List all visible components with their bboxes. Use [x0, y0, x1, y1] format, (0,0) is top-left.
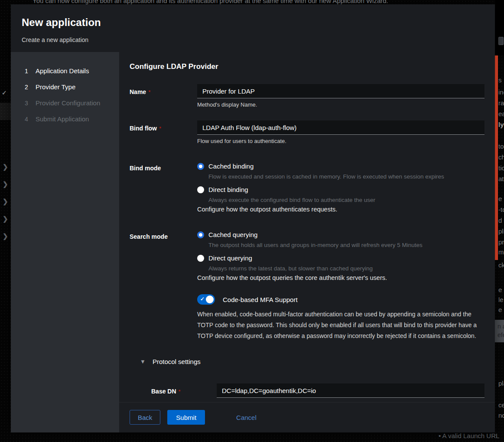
- cancel-button[interactable]: Cancel: [232, 410, 261, 425]
- background-text-fragment: s: [498, 76, 502, 84]
- background-text-fragment: at: [498, 175, 504, 182]
- back-button[interactable]: Back: [130, 410, 160, 425]
- name-label: Name: [130, 88, 146, 95]
- background-right-panel: [495, 0, 504, 55]
- toggle-check-icon: ✓: [200, 296, 205, 302]
- bind-mode-help-text: Configure how the outpost authenticates …: [197, 206, 484, 213]
- background-launch-url-bullet: • A valid Launch URL: [439, 432, 499, 439]
- modal-footer: Back Submit Cancel: [119, 402, 495, 432]
- toggle-knob: [206, 296, 214, 303]
- step-label: Application Details: [36, 67, 89, 75]
- step-provider-configuration: 3 Provider Configuration: [11, 95, 119, 111]
- mfa-toggle-label: Code-based MFA Support: [223, 296, 298, 303]
- wizard-steps-sidebar: 1 Application Details 2 Provider Type 3 …: [11, 52, 119, 432]
- base-dn-label: Base DN: [151, 388, 176, 395]
- required-marker: *: [179, 388, 181, 395]
- background-text-fragment: ine: [498, 88, 504, 96]
- step-number: 2: [25, 84, 36, 91]
- step-provider-type[interactable]: 2 Provider Type: [11, 79, 119, 95]
- submit-button[interactable]: Submit: [167, 410, 205, 425]
- radio-selected-icon[interactable]: [197, 231, 204, 238]
- background-text-fragment: plic: [498, 228, 504, 235]
- toggle-on-icon[interactable]: ✓: [197, 294, 215, 305]
- background-text-fragment: tion: [498, 164, 504, 172]
- base-dn-input[interactable]: [217, 384, 484, 398]
- protocol-settings-toggle[interactable]: ▼ Protocol settings: [130, 358, 484, 365]
- radio-label: Cached querying: [208, 231, 257, 238]
- modal-header: New application Create a new application: [11, 4, 495, 52]
- bind-flow-field-row: Bind flow* Flow used for users to authen…: [130, 120, 484, 144]
- background-text-fragment: to: [498, 143, 504, 150]
- step-label: Submit Application: [36, 115, 89, 123]
- chevron-down-icon: ▼: [140, 358, 146, 365]
- bind-flow-help-text: Flow used for users to authenticate.: [197, 138, 484, 144]
- radio-description: Always returns the latest data, but slow…: [208, 265, 484, 272]
- background-text-fragment: e n: [498, 306, 504, 313]
- provider-configuration-form: Configure LDAP Provider Name* Method's d…: [119, 52, 495, 402]
- bind-flow-label: Bind flow: [130, 125, 157, 132]
- background-text-fragment: ma: [498, 248, 504, 256]
- chevron-right-icon: ❯: [3, 215, 8, 223]
- search-mode-label: Search mode: [130, 233, 168, 240]
- base-dn-field-row: Base DN*: [130, 384, 484, 398]
- radio-description: Flow is executed and session is cached i…: [208, 173, 484, 180]
- bind-mode-label: Bind mode: [130, 165, 161, 172]
- gray-box-text: efe: [497, 331, 504, 339]
- background-text-fragment: -to: [498, 206, 504, 213]
- chevron-right-icon: ❯: [3, 232, 8, 240]
- background-text-fragment: ces: [498, 401, 504, 409]
- background-text-fragment: ck: [498, 261, 504, 269]
- step-number: 3: [25, 100, 36, 107]
- gray-box-text: n a: [497, 322, 504, 331]
- chevron-right-icon: ❯: [3, 163, 8, 171]
- radio-label: Cached binding: [208, 162, 254, 170]
- radio-cached-binding[interactable]: Cached binding: [197, 162, 484, 170]
- background-text-fragment: ly a: [498, 121, 504, 128]
- name-field-row: Name* Method's display Name.: [130, 84, 484, 108]
- orange-accent-bar: [495, 55, 498, 260]
- radio-unselected-icon[interactable]: [197, 255, 204, 262]
- step-number: 4: [25, 116, 36, 123]
- background-gray-box: n a efe: [494, 320, 504, 342]
- new-application-wizard-modal: New application Create a new application…: [11, 4, 495, 432]
- radio-direct-querying[interactable]: Direct querying: [197, 254, 484, 262]
- mfa-toggle-row[interactable]: ✓ Code-based MFA Support: [197, 294, 484, 305]
- background-text-fragment: e a: [498, 286, 504, 293]
- radio-cached-querying[interactable]: Cached querying: [197, 231, 484, 238]
- step-label: Provider Configuration: [36, 99, 100, 107]
- bind-flow-select[interactable]: [197, 120, 484, 135]
- radio-direct-binding[interactable]: Direct binding: [197, 186, 484, 193]
- chevron-right-icon: ❯: [3, 198, 8, 205]
- radio-description: Always execute the configured bind flow …: [208, 197, 484, 203]
- background-banner-text: You can now configure both an applicatio…: [33, 0, 504, 4]
- mfa-field-row: ✓ Code-based MFA Support When enabled, c…: [130, 294, 484, 341]
- background-text-fragment: pla: [498, 380, 504, 387]
- step-application-details[interactable]: 1 Application Details: [11, 63, 119, 79]
- background-text-fragment: le ': [498, 296, 504, 303]
- step-submit-application: 4 Submit Application: [11, 111, 119, 127]
- modal-title: New application: [22, 16, 484, 29]
- background-highlighted-row: [0, 103, 11, 120]
- chevron-right-icon: ❯: [3, 180, 8, 188]
- background-text-fragment: no: [498, 412, 504, 419]
- search-mode-help-text: Configure how the outpost queries the co…: [197, 274, 484, 281]
- background-text-fragment: e "c: [498, 195, 504, 202]
- form-heading: Configure LDAP Provider: [130, 62, 484, 71]
- mfa-description: When enabled, code-based multi-factor au…: [197, 309, 483, 341]
- radio-selected-icon[interactable]: [197, 163, 204, 170]
- step-number: 1: [25, 68, 36, 75]
- protocol-settings-label: Protocol settings: [153, 358, 201, 365]
- radio-description: The outpost holds all users and groups i…: [208, 242, 484, 248]
- background-text-fragment: pro: [498, 238, 504, 246]
- search-mode-field-row: Search mode Cached querying The outpost …: [130, 229, 484, 281]
- background-mini-square: [498, 37, 504, 45]
- radio-unselected-icon[interactable]: [197, 186, 204, 193]
- radio-label: Direct binding: [208, 186, 248, 193]
- name-input[interactable]: [197, 84, 484, 98]
- radio-label: Direct querying: [208, 254, 252, 262]
- background-text-fragment: d c: [498, 217, 504, 224]
- required-marker: *: [159, 125, 161, 132]
- name-help-text: Method's display Name.: [197, 101, 484, 108]
- background-text-fragment: ch: [498, 153, 504, 161]
- step-label: Provider Type: [36, 83, 75, 91]
